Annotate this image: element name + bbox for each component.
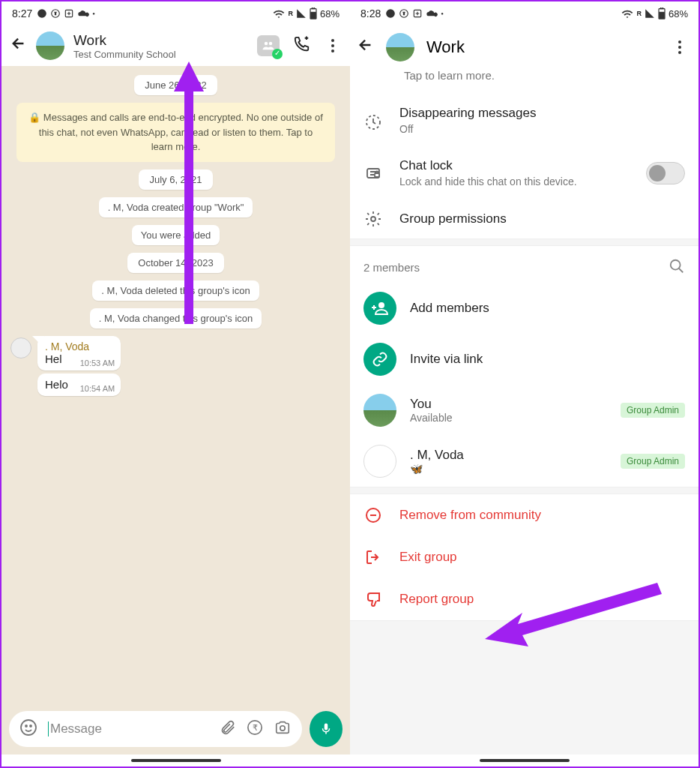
lock-chat-icon	[363, 164, 383, 182]
exit-group-row[interactable]: Exit group	[350, 536, 699, 578]
svg-rect-21	[375, 173, 379, 177]
group-info-header: Work	[350, 26, 699, 69]
emoji-icon[interactable]	[19, 718, 37, 740]
members-header: 2 members	[350, 246, 699, 283]
svg-point-22	[371, 217, 375, 221]
gear-icon	[363, 210, 383, 228]
more-menu[interactable]	[672, 40, 688, 54]
report-group-row[interactable]: Report group	[350, 578, 699, 620]
system-message: . M, Voda changed this group's icon	[90, 308, 262, 328]
back-button[interactable]	[357, 37, 374, 58]
svg-text:₹: ₹	[253, 723, 258, 732]
remove-icon	[363, 506, 383, 524]
message-input-pill[interactable]: ₹	[9, 711, 302, 747]
member-you-row[interactable]: You Available Group Admin	[350, 385, 699, 436]
svg-point-23	[671, 260, 681, 270]
battery-icon	[310, 8, 317, 20]
system-message: . M, Voda deleted this group's icon	[92, 280, 259, 301]
video-call-icon[interactable]	[293, 36, 311, 56]
group-info-body: Tap to learn more. Disappearing messages…	[350, 69, 699, 754]
status-bar: 8:27 ● R 68%	[1, 2, 350, 26]
admin-badge: Group Admin	[621, 403, 685, 418]
chat-lock-toggle[interactable]	[646, 162, 685, 184]
member-avatar	[363, 394, 396, 427]
footer-spacer	[350, 620, 699, 754]
svg-point-8	[25, 725, 27, 727]
chat-body: June 26, 2022 🔒 Messages and calls are e…	[1, 66, 350, 704]
back-button[interactable]	[10, 35, 27, 56]
date-chip: June 26, 2022	[134, 75, 217, 95]
svg-rect-3	[312, 8, 314, 9]
member-avatar	[363, 445, 396, 478]
svg-rect-18	[660, 12, 664, 18]
group-name: Work	[426, 38, 660, 57]
invite-via-link-row[interactable]: Invite via link	[350, 334, 699, 385]
nav-bar	[1, 754, 350, 766]
community-name: Test Community School	[73, 49, 248, 60]
system-message: You were added	[132, 225, 220, 245]
group-name: Work	[73, 32, 248, 49]
svg-point-6	[269, 42, 273, 46]
member-voda-row[interactable]: . M, Voda 🦋 Group Admin	[350, 436, 699, 487]
svg-rect-4	[311, 12, 316, 18]
message-input[interactable]	[48, 722, 209, 736]
wifi-icon	[273, 9, 285, 18]
separator	[350, 238, 699, 246]
system-message: . M, Voda created group "Work"	[99, 197, 253, 218]
community-icon[interactable]: ✓	[257, 35, 280, 56]
left-phone-chat: 8:27 ● R 68% Work Test Community School	[1, 2, 350, 766]
input-bar: ₹	[1, 704, 350, 754]
svg-point-7	[21, 720, 36, 735]
chat-lock-row[interactable]: Chat lock Lock and hide this chat on thi…	[350, 148, 699, 200]
thumbs-down-icon	[363, 590, 383, 608]
disappearing-messages-row[interactable]: Disappearing messages Off	[350, 95, 699, 148]
chat-header[interactable]: Work Test Community School ✓	[1, 26, 350, 66]
status-bar: 8:28 ● R 68%	[350, 2, 699, 26]
camera-icon[interactable]	[274, 719, 292, 739]
svg-rect-17	[660, 8, 663, 9]
svg-point-5	[265, 42, 268, 46]
group-avatar[interactable]	[36, 32, 64, 60]
signal-icon	[296, 8, 307, 19]
status-time: 8:28	[360, 8, 381, 20]
group-avatar[interactable]	[386, 33, 414, 62]
timer-icon	[363, 112, 383, 130]
header-title-block[interactable]: Work Test Community School	[73, 32, 248, 60]
svg-point-24	[378, 302, 384, 308]
date-chip: October 14, 2023	[127, 253, 223, 273]
remove-from-community-row[interactable]: Remove from community	[350, 494, 699, 536]
more-menu[interactable]	[325, 39, 341, 52]
sender-name: . M, Voda	[45, 340, 89, 352]
encryption-notice[interactable]: 🔒 Messages and calls are end-to-end encr…	[16, 103, 335, 162]
message-bubble[interactable]: Helo 10:54 AM	[37, 374, 121, 396]
tap-to-learn-more[interactable]: Tap to learn more.	[350, 69, 699, 95]
exit-icon	[363, 548, 383, 566]
sender-avatar[interactable]	[10, 338, 31, 358]
add-person-icon	[363, 292, 396, 325]
group-permissions-row[interactable]: Group permissions	[350, 200, 699, 238]
svg-point-12	[280, 726, 285, 730]
message-bubble[interactable]: . M, Voda Hel 10:53 AM	[37, 336, 121, 370]
search-members-icon[interactable]	[669, 258, 685, 277]
status-notif-icons: ●	[385, 8, 444, 19]
link-icon	[363, 343, 396, 376]
svg-point-9	[30, 725, 31, 727]
separator	[350, 487, 699, 494]
mic-button[interactable]	[310, 711, 343, 747]
currency-icon[interactable]: ₹	[247, 719, 263, 739]
admin-badge: Group Admin	[621, 454, 685, 469]
message-row: . M, Voda Hel 10:53 AM Helo 10:54 AM	[10, 336, 341, 396]
status-notif-icons: ●	[37, 8, 95, 19]
right-phone-group-info: 8:28 ● R 68% Work Tap to learn more.	[350, 2, 699, 766]
status-time: 8:27	[12, 8, 32, 20]
add-members-row[interactable]: Add members	[350, 283, 699, 334]
attach-icon[interactable]	[220, 719, 236, 739]
nav-bar	[350, 754, 699, 766]
date-chip: July 6, 2021	[139, 170, 212, 190]
